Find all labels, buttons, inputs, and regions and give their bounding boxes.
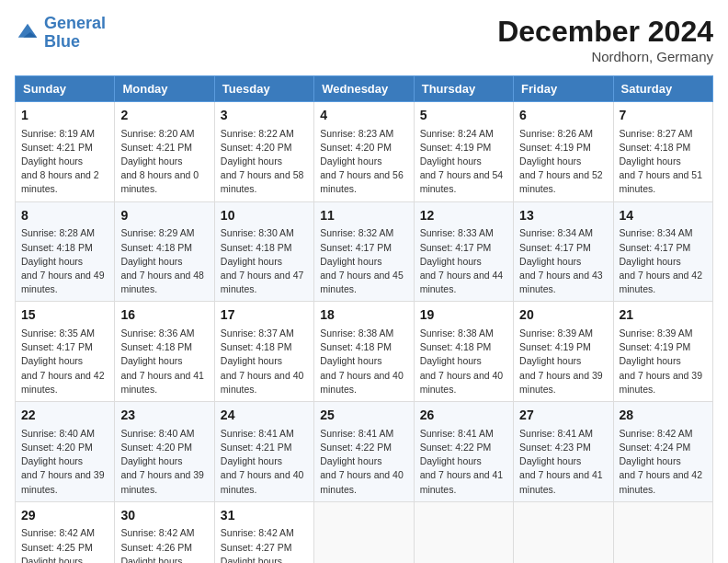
weekday-header-sunday: Sunday <box>16 76 115 102</box>
weekday-header-saturday: Saturday <box>613 76 712 102</box>
cell-content: Sunrise: 8:42 AMSunset: 4:27 PMDaylight … <box>221 526 308 563</box>
cell-content: Sunrise: 8:40 AMSunset: 4:20 PMDaylight … <box>21 427 108 497</box>
cell-content: Sunrise: 8:22 AMSunset: 4:20 PMDaylight … <box>221 127 308 197</box>
calendar-cell: 6Sunrise: 8:26 AMSunset: 4:19 PMDaylight… <box>514 102 613 202</box>
day-number: 2 <box>120 107 208 125</box>
calendar-cell: 31Sunrise: 8:42 AMSunset: 4:27 PMDayligh… <box>214 501 313 563</box>
calendar-cell: 14Sunrise: 8:34 AMSunset: 4:17 PMDayligh… <box>613 201 712 302</box>
day-number: 19 <box>420 306 507 325</box>
day-number: 24 <box>221 407 308 425</box>
day-number: 6 <box>519 107 607 125</box>
cell-content: Sunrise: 8:39 AMSunset: 4:19 PMDaylight … <box>519 327 607 396</box>
cell-content: Sunrise: 8:19 AMSunset: 4:21 PMDaylight … <box>21 127 108 197</box>
calendar-cell: 29Sunrise: 8:42 AMSunset: 4:25 PMDayligh… <box>16 501 115 563</box>
month-title: December 2024 <box>497 15 713 49</box>
logo-icon <box>15 20 40 46</box>
calendar-cell: 15Sunrise: 8:35 AMSunset: 4:17 PMDayligh… <box>16 302 115 402</box>
cell-content: Sunrise: 8:41 AMSunset: 4:23 PMDaylight … <box>519 427 607 497</box>
cell-content: Sunrise: 8:28 AMSunset: 4:18 PMDaylight … <box>21 226 108 296</box>
calendar-cell: 24Sunrise: 8:41 AMSunset: 4:21 PMDayligh… <box>214 402 313 502</box>
day-number: 27 <box>519 407 607 425</box>
day-number: 12 <box>420 207 507 225</box>
day-number: 3 <box>221 107 308 125</box>
calendar-cell: 7Sunrise: 8:27 AMSunset: 4:18 PMDaylight… <box>613 102 712 202</box>
cell-content: Sunrise: 8:23 AMSunset: 4:20 PMDaylight … <box>320 127 407 197</box>
day-number: 4 <box>320 107 407 125</box>
cell-content: Sunrise: 8:33 AMSunset: 4:17 PMDaylight … <box>420 226 507 296</box>
calendar-cell: 22Sunrise: 8:40 AMSunset: 4:20 PMDayligh… <box>16 402 115 502</box>
cell-content: Sunrise: 8:34 AMSunset: 4:17 PMDaylight … <box>620 226 707 296</box>
day-number: 22 <box>21 407 108 425</box>
day-number: 26 <box>420 407 507 425</box>
day-number: 11 <box>320 207 407 225</box>
cell-content: Sunrise: 8:42 AMSunset: 4:25 PMDaylight … <box>21 526 108 563</box>
calendar-cell: 10Sunrise: 8:30 AMSunset: 4:18 PMDayligh… <box>214 201 313 302</box>
calendar-cell: 26Sunrise: 8:41 AMSunset: 4:22 PMDayligh… <box>414 402 513 502</box>
calendar-cell: 8Sunrise: 8:28 AMSunset: 4:18 PMDaylight… <box>16 201 115 302</box>
cell-content: Sunrise: 8:20 AMSunset: 4:21 PMDaylight … <box>120 127 208 197</box>
calendar-cell: 21Sunrise: 8:39 AMSunset: 4:19 PMDayligh… <box>613 302 712 402</box>
calendar-cell: 4Sunrise: 8:23 AMSunset: 4:20 PMDaylight… <box>314 102 414 202</box>
weekday-header-wednesday: Wednesday <box>314 76 414 102</box>
calendar-cell: 17Sunrise: 8:37 AMSunset: 4:18 PMDayligh… <box>214 302 313 402</box>
cell-content: Sunrise: 8:40 AMSunset: 4:20 PMDaylight … <box>120 427 208 497</box>
cell-content: Sunrise: 8:39 AMSunset: 4:19 PMDaylight … <box>620 327 707 396</box>
calendar-cell: 23Sunrise: 8:40 AMSunset: 4:20 PMDayligh… <box>115 402 214 502</box>
weekday-header-friday: Friday <box>514 76 613 102</box>
cell-content: Sunrise: 8:42 AMSunset: 4:24 PMDaylight … <box>620 427 707 497</box>
page-header: General Blue December 2024 Nordhorn, Ger… <box>15 15 713 64</box>
logo-text: General Blue <box>44 15 106 52</box>
day-number: 14 <box>620 207 707 225</box>
day-number: 28 <box>620 407 707 425</box>
calendar-cell: 5Sunrise: 8:24 AMSunset: 4:19 PMDaylight… <box>414 102 513 202</box>
day-number: 9 <box>120 207 208 225</box>
calendar-cell: 1Sunrise: 8:19 AMSunset: 4:21 PMDaylight… <box>16 102 115 202</box>
cell-content: Sunrise: 8:41 AMSunset: 4:22 PMDaylight … <box>420 427 507 497</box>
cell-content: Sunrise: 8:42 AMSunset: 4:26 PMDaylight … <box>120 526 208 563</box>
day-number: 20 <box>519 306 607 325</box>
calendar-week-row: 1Sunrise: 8:19 AMSunset: 4:21 PMDaylight… <box>16 102 713 202</box>
calendar-cell: 16Sunrise: 8:36 AMSunset: 4:18 PMDayligh… <box>115 302 214 402</box>
cell-content: Sunrise: 8:36 AMSunset: 4:18 PMDaylight … <box>120 327 208 396</box>
cell-content: Sunrise: 8:38 AMSunset: 4:18 PMDaylight … <box>320 327 407 396</box>
day-number: 31 <box>221 507 308 525</box>
day-number: 21 <box>620 306 707 325</box>
cell-content: Sunrise: 8:27 AMSunset: 4:18 PMDaylight … <box>620 127 707 197</box>
calendar-cell: 18Sunrise: 8:38 AMSunset: 4:18 PMDayligh… <box>314 302 414 402</box>
cell-content: Sunrise: 8:26 AMSunset: 4:19 PMDaylight … <box>519 127 607 197</box>
day-number: 10 <box>221 207 308 225</box>
calendar-cell: 25Sunrise: 8:41 AMSunset: 4:22 PMDayligh… <box>314 402 414 502</box>
calendar-cell: 11Sunrise: 8:32 AMSunset: 4:17 PMDayligh… <box>314 201 414 302</box>
cell-content: Sunrise: 8:41 AMSunset: 4:21 PMDaylight … <box>221 427 308 497</box>
calendar-cell: 3Sunrise: 8:22 AMSunset: 4:20 PMDaylight… <box>214 102 313 202</box>
calendar-week-row: 15Sunrise: 8:35 AMSunset: 4:17 PMDayligh… <box>16 302 713 402</box>
cell-content: Sunrise: 8:38 AMSunset: 4:18 PMDaylight … <box>420 327 507 396</box>
day-number: 1 <box>21 107 108 125</box>
calendar-cell: 27Sunrise: 8:41 AMSunset: 4:23 PMDayligh… <box>514 402 613 502</box>
calendar-header-row: SundayMondayTuesdayWednesdayThursdayFrid… <box>16 76 713 102</box>
calendar-table: SundayMondayTuesdayWednesdayThursdayFrid… <box>15 75 713 563</box>
calendar-cell: 19Sunrise: 8:38 AMSunset: 4:18 PMDayligh… <box>414 302 513 402</box>
calendar-cell <box>314 501 414 563</box>
calendar-cell: 28Sunrise: 8:42 AMSunset: 4:24 PMDayligh… <box>613 402 712 502</box>
calendar-cell <box>414 501 513 563</box>
day-number: 18 <box>320 306 407 325</box>
calendar-cell: 9Sunrise: 8:29 AMSunset: 4:18 PMDaylight… <box>115 201 214 302</box>
day-number: 23 <box>120 407 208 425</box>
title-area: December 2024 Nordhorn, Germany <box>497 15 713 64</box>
calendar-week-row: 29Sunrise: 8:42 AMSunset: 4:25 PMDayligh… <box>16 501 713 563</box>
cell-content: Sunrise: 8:37 AMSunset: 4:18 PMDaylight … <box>221 327 308 396</box>
day-number: 30 <box>120 507 208 525</box>
cell-content: Sunrise: 8:34 AMSunset: 4:17 PMDaylight … <box>519 226 607 296</box>
cell-content: Sunrise: 8:41 AMSunset: 4:22 PMDaylight … <box>320 427 407 497</box>
day-number: 16 <box>120 306 208 325</box>
calendar-cell: 13Sunrise: 8:34 AMSunset: 4:17 PMDayligh… <box>514 201 613 302</box>
calendar-cell: 12Sunrise: 8:33 AMSunset: 4:17 PMDayligh… <box>414 201 513 302</box>
day-number: 5 <box>420 107 507 125</box>
calendar-cell <box>613 501 712 563</box>
calendar-cell: 20Sunrise: 8:39 AMSunset: 4:19 PMDayligh… <box>514 302 613 402</box>
calendar-week-row: 8Sunrise: 8:28 AMSunset: 4:18 PMDaylight… <box>16 201 713 302</box>
day-number: 25 <box>320 407 407 425</box>
cell-content: Sunrise: 8:32 AMSunset: 4:17 PMDaylight … <box>320 226 407 296</box>
calendar-cell: 2Sunrise: 8:20 AMSunset: 4:21 PMDaylight… <box>115 102 214 202</box>
